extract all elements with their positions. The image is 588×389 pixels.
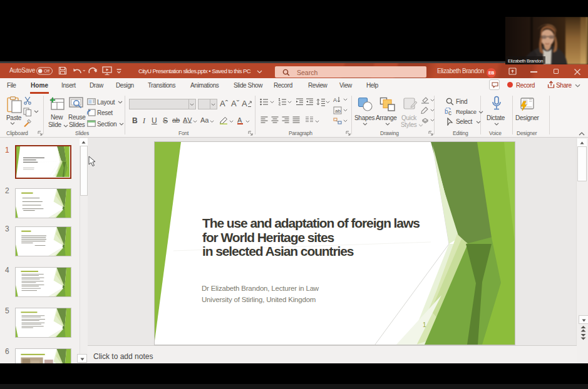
svg-text:A: A (242, 99, 247, 108)
svg-text:A: A (237, 116, 242, 124)
svg-text:ab: ab (335, 108, 341, 114)
svg-text:Off: Off (44, 69, 49, 73)
svg-text:A: A (333, 97, 337, 103)
svg-text:c: c (448, 109, 451, 116)
